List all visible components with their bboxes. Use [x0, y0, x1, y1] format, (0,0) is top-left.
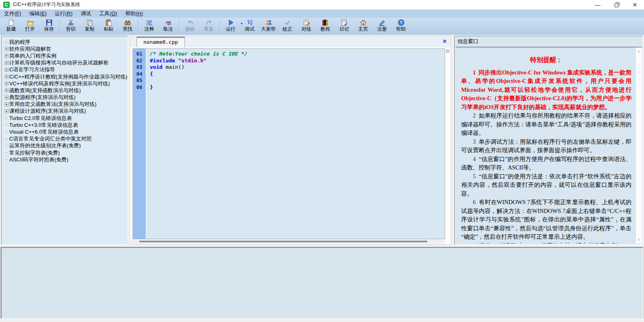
expand-plus-icon[interactable] [4, 61, 9, 65]
menu-item-工具[interactable]: 工具(O) [95, 10, 121, 18]
toolbar-button-practice[interactable]: 对练 [297, 18, 316, 34]
line-number-gutter[interactable]: 010203040506 [133, 49, 147, 239]
tree-leaf-dash [4, 159, 9, 160]
scroll-up-icon[interactable]: ∧ [636, 48, 642, 55]
editor-vertical-scrollbar-thumb[interactable] [446, 49, 449, 53]
tree-item[interactable]: 简单的入门程序实例 [4, 52, 126, 59]
expand-plus-icon[interactable] [4, 103, 9, 106]
code-token: } [150, 84, 153, 90]
toolbar-button-comment[interactable]: 注释 [140, 18, 159, 34]
code-line[interactable]: /* Note:Your choice is C IDE */ [150, 51, 248, 58]
toolbar-button-uncomment[interactable]: 取注 [159, 18, 178, 34]
editor-vertical-scrollbar[interactable] [445, 48, 450, 239]
window-controls: — ✕ [588, 0, 644, 10]
paragraph-number: 4 [473, 156, 479, 162]
code-line[interactable]: { [150, 71, 248, 78]
scroll-down-icon[interactable]: ∨ [636, 236, 642, 243]
expand-plus-icon[interactable] [4, 96, 9, 99]
code-editor-text[interactable]: /* Note:Your choice is C IDE */#include … [147, 49, 248, 239]
line-number[interactable]: 05 [133, 77, 146, 84]
toolbar-button-paste[interactable]: 粘贴 [99, 18, 118, 34]
toolbar-button-copy[interactable]: 复制 [80, 18, 99, 34]
code-line[interactable] [150, 77, 248, 84]
toolbar-separator [219, 19, 220, 33]
toolbar-button-find[interactable]: 查找 [118, 18, 137, 34]
toolbar-button-new-file[interactable]: 新建 [2, 18, 21, 34]
tree-item[interactable]: ASCII码字符对照表(免费) [4, 156, 126, 163]
toolbar-button-save[interactable]: 保存 [39, 18, 58, 34]
tree-item[interactable]: 运算符的优先级别次序表(免费) [4, 142, 126, 149]
editor-tab[interactable]: noname0.cpp [137, 37, 185, 47]
tree-item[interactable]: 软件应用问题解答 [4, 45, 126, 52]
info-paragraph: 2 如果程序运行结果与你所用教程的结果不符，请选择相应的编译器即可。操作方法：请… [461, 111, 632, 138]
toolbar-button-label: 粘贴 [104, 26, 114, 32]
restore-button[interactable] [607, 0, 625, 10]
line-number[interactable]: 06 [133, 84, 146, 91]
close-button[interactable]: ✕ [625, 0, 644, 10]
line-number[interactable]: 03 [133, 64, 146, 71]
expand-plus-icon[interactable] [4, 47, 9, 51]
tree-item[interactable]: 课程设计源程序(支持演示与对练) [4, 108, 126, 115]
menu-item-文件[interactable]: 文件(F) [0, 10, 25, 18]
tree-item[interactable]: 典型源程序(支持演示与对练) [4, 94, 126, 101]
toolbar-button-run[interactable]: 运行▾ [221, 18, 240, 34]
toolbar-button-label: 教程 [321, 26, 330, 32]
expand-plus-icon[interactable] [4, 82, 9, 85]
tree-item[interactable]: C/C++程序设计教程(支持例题与作业题演示与对练) [4, 73, 126, 80]
menu-item-帮助[interactable]: 帮助(H) [121, 10, 147, 18]
line-number[interactable]: 01 [133, 51, 146, 58]
expand-plus-icon[interactable] [4, 75, 9, 78]
tree-item[interactable]: C语言学习方法指导 [4, 66, 126, 73]
line-number[interactable]: 02 [133, 58, 146, 64]
line-number[interactable]: 04 [133, 71, 146, 78]
code-line[interactable]: #include "stdio.h" [150, 58, 248, 64]
code-token: /* Note:Your choice is C IDE */ [150, 51, 248, 57]
toolbar-button-debug[interactable]: 调试 [240, 18, 259, 34]
tree-item[interactable]: 我的程序 [4, 39, 126, 45]
editor-horizontal-scrollbar[interactable] [130, 239, 445, 244]
tree-leaf-dash [4, 42, 9, 42]
tree-item[interactable]: VC++错误代码及程序实例(支持演示与对练) [4, 80, 126, 87]
toolbar-button-register[interactable]: 注册 [373, 18, 391, 34]
menu-item-运行[interactable]: 运行(R) [51, 10, 77, 18]
toolbar-button-people[interactable]: 大家帮 [259, 18, 278, 34]
minimize-icon: — [595, 2, 601, 8]
tree-item[interactable]: 常用自定义函数算法(支持演示与对练) [4, 101, 126, 108]
toolbar-button-cut[interactable]: 剪切 [61, 18, 80, 34]
toolbar-button-tutorial[interactable]: 教程 [316, 18, 335, 34]
toolbar-button-undo[interactable]: 撤销 [180, 18, 199, 34]
tree-item[interactable]: 函数查询(支持函数演示与对练) [4, 87, 126, 94]
editor-horizontal-scrollbar-thumb[interactable] [139, 241, 427, 242]
toolbar-button-home[interactable]: 主页 [354, 18, 373, 34]
tree-leaf-dash [4, 125, 9, 125]
people-icon [265, 19, 272, 26]
check-icon [284, 19, 291, 26]
expand-plus-icon[interactable] [4, 54, 9, 58]
toolbar-button-label: 帮助 [396, 26, 406, 32]
toolbar-button-redo[interactable]: 重复 [199, 18, 218, 34]
info-scrollbar[interactable]: ∧ ∨ [636, 47, 642, 244]
expand-plus-icon[interactable] [4, 109, 9, 113]
tree-item[interactable]: Turbo C2.0常见错误信息表 [4, 115, 126, 122]
toolbar-button-open-folder[interactable]: 打开 [21, 18, 39, 34]
toolbar-button-check[interactable]: 校正 [278, 18, 297, 34]
toolbar-button-label: 打开 [25, 26, 35, 32]
expand-plus-icon[interactable] [4, 89, 9, 92]
code-line[interactable]: void main() [150, 64, 248, 71]
menu-item-调试[interactable]: 调试 [77, 10, 95, 18]
minimize-button[interactable]: — [588, 0, 607, 10]
code-line[interactable]: } [150, 84, 248, 91]
code-area[interactable]: 010203040506 /* Note:Your choice is C ID… [133, 48, 445, 239]
toolbar-button-help[interactable]: ?帮助 [391, 18, 410, 34]
tree-item[interactable]: C语言常见专业词汇分类中英文对照 [4, 136, 126, 142]
menu-item-编辑[interactable]: 编辑(E) [25, 10, 51, 18]
expand-plus-icon[interactable] [4, 68, 9, 72]
tree-item[interactable]: 常见控制字符表(免费) [4, 149, 126, 156]
tree-item[interactable]: Visual C++6.0常见错误信息表 [4, 128, 126, 135]
tree-item[interactable]: 计算机等级模拟考试与自动评分及试题解析 [4, 60, 126, 66]
tree-item[interactable]: Turbo C++3.0常见错误信息表 [4, 122, 126, 128]
editor-close-icon[interactable]: × [443, 37, 447, 46]
toolbar: 新建打开保存剪切复制粘贴查找注释取注撤销重复运行▾调试大家帮校正对练教程日记主页… [0, 18, 644, 35]
tree-leaf-dash [4, 132, 9, 132]
toolbar-button-diary[interactable]: 日记 [335, 18, 354, 34]
